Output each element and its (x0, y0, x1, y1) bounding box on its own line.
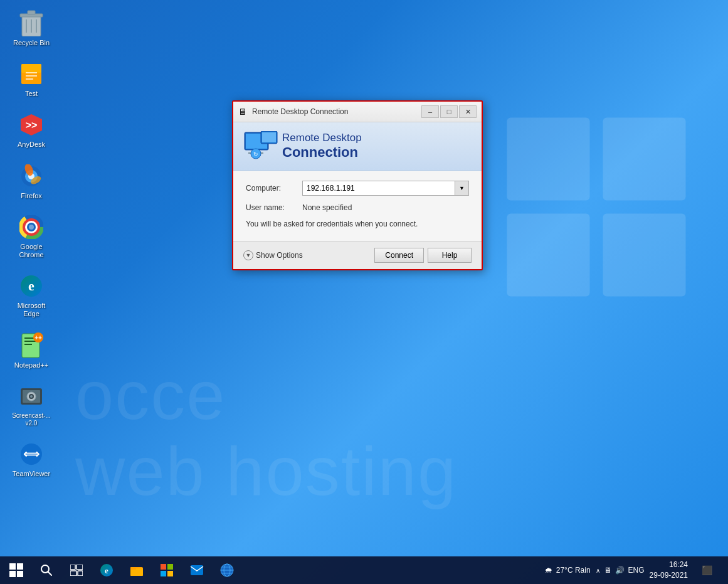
svg-rect-60 (70, 571, 76, 576)
screencast-icon[interactable]: Screencast-... v2.0 (6, 380, 56, 431)
info-text: You will be asked for credentials when y… (246, 220, 469, 228)
svg-rect-58 (70, 565, 75, 570)
help-button[interactable]: Help (428, 248, 472, 263)
test-image (18, 61, 45, 87)
taskbar-store-btn[interactable] (153, 556, 181, 584)
taskbar-weather[interactable]: 🌧 27°C Rain (545, 566, 591, 575)
username-label: User name: (246, 203, 302, 212)
svg-rect-12 (26, 72, 37, 73)
tray-expand[interactable]: ∧ (596, 567, 600, 574)
taskbar-right: 🌧 27°C Rain ∧ 🖥 🔊 ENG 16:24 29-09-2021 ⬛ (545, 556, 725, 584)
notification-button[interactable]: ⬛ (693, 556, 720, 584)
google-chrome-icon[interactable]: Google Chrome (6, 210, 56, 263)
desktop-watermark: occe web hosting (75, 357, 728, 509)
dialog-header-icon: ↻ (243, 131, 273, 161)
dialog-buttons: Connect Help (374, 248, 472, 263)
language-indicator[interactable]: ENG (628, 566, 645, 575)
weather-icon: 🌧 (545, 566, 552, 575)
computer-label: Computer: (246, 184, 302, 193)
svg-rect-6 (28, 11, 35, 14)
remote-desktop-dialog: 🖥 Remote Desktop Connection – □ ✕ ↻ (232, 100, 483, 270)
google-chrome-image (18, 214, 45, 240)
microsoft-edge-icon[interactable]: e Microsoft Edge (6, 269, 56, 322)
show-options-btn[interactable]: ▼ Show Options (243, 250, 303, 260)
svg-text:e: e (105, 566, 108, 575)
recycle-bin-image (18, 10, 45, 36)
computer-field-row: Computer: ▼ (246, 181, 469, 196)
taskbar-clock[interactable]: 16:24 29-09-2021 (650, 560, 688, 581)
show-options-icon: ▼ (243, 250, 253, 260)
svg-point-28 (29, 225, 34, 230)
svg-rect-1 (603, 118, 686, 201)
firefox-icon[interactable]: Firefox (6, 159, 56, 204)
google-chrome-label: Google Chrome (9, 243, 54, 259)
computer-input-wrap: ▼ (302, 181, 469, 196)
connect-button[interactable]: Connect (374, 248, 424, 263)
taskbar-mail-btn[interactable] (183, 556, 211, 584)
svg-rect-71 (191, 565, 203, 575)
taskbar-edge-btn[interactable]: e (93, 556, 120, 584)
svg-rect-59 (76, 565, 83, 570)
notepadpp-icon[interactable]: ++ Notepad++ (6, 329, 56, 373)
desktop-icons: Recycle Bin Test >> AnyDesk (6, 6, 56, 482)
dialog-body: Computer: ▼ User name: None specified Yo… (233, 171, 482, 241)
weather-text: 27°C Rain (556, 566, 591, 575)
dialog-minimize-btn[interactable]: – (421, 105, 439, 118)
svg-rect-13 (26, 75, 37, 77)
dialog-header-text: Remote Desktop Connection (282, 132, 362, 161)
svg-text:++: ++ (34, 334, 42, 341)
screencast-image (18, 383, 45, 410)
teamviewer-icon[interactable]: ⟺ TeamViewer (6, 437, 56, 482)
taskbar-left: e (3, 556, 241, 584)
svg-text:⟺: ⟺ (23, 448, 40, 460)
computer-input[interactable] (302, 181, 455, 196)
clock-time: 16:24 (650, 560, 688, 570)
svg-text:↻: ↻ (253, 151, 258, 157)
anydesk-icon[interactable]: >> AnyDesk (6, 108, 56, 152)
svg-rect-11 (21, 64, 41, 73)
test-icon[interactable]: Test (6, 57, 56, 102)
dialog-header: ↻ Remote Desktop Connection (233, 122, 482, 171)
microsoft-edge-image: e (18, 273, 45, 299)
start-button[interactable] (3, 556, 30, 584)
svg-rect-67 (161, 564, 166, 570)
recycle-bin-icon[interactable]: Recycle Bin (6, 6, 56, 51)
svg-text:>>: >> (26, 120, 38, 130)
microsoft-edge-label: Microsoft Edge (9, 302, 54, 318)
anydesk-label: AnyDesk (18, 141, 45, 149)
svg-rect-68 (167, 564, 173, 570)
taskbar-globe-btn[interactable] (213, 556, 241, 584)
taskbar-tray: ∧ 🖥 🔊 ENG (596, 566, 645, 575)
svg-line-57 (48, 572, 52, 576)
svg-rect-70 (167, 571, 173, 576)
task-view-button[interactable] (63, 556, 90, 584)
dialog-restore-btn[interactable]: □ (440, 105, 458, 118)
notepadpp-label: Notepad++ (14, 361, 48, 369)
taskbar-explorer-btn[interactable] (123, 556, 150, 584)
computer-dropdown-btn[interactable]: ▼ (455, 181, 469, 196)
anydesk-image: >> (18, 112, 45, 138)
svg-rect-53 (17, 563, 23, 570)
teamviewer-image: ⟺ (18, 441, 45, 467)
svg-rect-54 (9, 571, 16, 577)
username-value: None specified (302, 203, 352, 212)
show-options-label: Show Options (256, 251, 303, 260)
svg-rect-61 (78, 571, 83, 576)
notification-icon: ⬛ (702, 565, 712, 575)
username-field-row: User name: None specified (246, 203, 469, 212)
test-label: Test (25, 90, 38, 98)
svg-rect-49 (262, 132, 276, 142)
tray-sound[interactable]: 🔊 (615, 566, 625, 575)
svg-point-41 (30, 395, 33, 398)
tray-network[interactable]: 🖥 (604, 566, 611, 575)
dialog-title-icon: 🖥 (238, 107, 248, 117)
svg-rect-14 (26, 78, 33, 80)
svg-rect-34 (24, 344, 32, 345)
dialog-controls: – □ ✕ (421, 105, 477, 118)
search-button[interactable] (33, 556, 60, 584)
dialog-title-text: Remote Desktop Connection (252, 107, 348, 116)
svg-rect-0 (507, 118, 590, 201)
svg-rect-2 (507, 214, 590, 297)
recycle-bin-label: Recycle Bin (13, 39, 50, 47)
dialog-close-btn[interactable]: ✕ (459, 105, 477, 118)
